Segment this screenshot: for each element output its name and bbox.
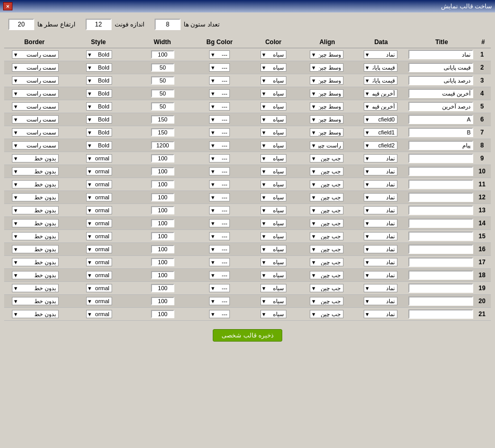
border-cell: سمت راستبدون خطهمهبدون▼ xyxy=(5,50,65,59)
width-input[interactable] xyxy=(151,115,174,124)
top-controls: تعداد ستون ها اندازه فونت ارتفاع سطر ها xyxy=(4,17,491,32)
title-input[interactable] xyxy=(408,167,473,176)
title-input[interactable] xyxy=(408,232,473,241)
save-button[interactable]: ذخیره قالب شخصی xyxy=(213,329,282,342)
header-title: Title xyxy=(408,37,475,47)
title-input[interactable] xyxy=(408,270,473,280)
title-input[interactable] xyxy=(408,76,473,85)
row-number: 11 xyxy=(474,180,490,188)
title-bar-text: ساخت قالب نمایش xyxy=(441,3,492,10)
title-input[interactable] xyxy=(408,63,473,72)
table-row: 3قیمت پایانی - درصدنمادقیمت پایانی - تغی… xyxy=(4,74,491,87)
align-cell: وسط چینراست چینچب چینجب چین▼ xyxy=(300,128,353,137)
title-input[interactable] xyxy=(408,102,473,111)
border-cell: سمت راستبدون خطهمهبدون▼ xyxy=(5,232,65,241)
bgcolor-cell: ---سفیدزردسبزقرمز▼ xyxy=(193,309,246,319)
width-input[interactable] xyxy=(151,284,174,292)
row-height-input[interactable] xyxy=(8,19,34,30)
title-input[interactable] xyxy=(408,283,473,293)
title-input[interactable] xyxy=(408,257,473,267)
align-cell: وسط چینراست چینچب چینجب چین▼ xyxy=(300,63,353,72)
align-cell: وسط چینراست چینچب چینجب چین▼ xyxy=(300,76,353,85)
row-number: 7 xyxy=(474,128,490,137)
color-cell: سیاهسفیدقرمزسبزآبی▼ xyxy=(246,167,300,176)
col-count-label: تعداد ستون ها xyxy=(184,21,219,28)
data-cell: نمادقیمت پایانی - تغییرقیمت پایانی - درص… xyxy=(354,283,407,293)
align-cell: وسط چینراست چینچب چینجب چین▼ xyxy=(300,115,353,124)
table-row: 5آخرین قیمت - درصدنمادقیمت پایانی - تغیی… xyxy=(4,100,491,113)
bgcolor-cell: ---سفیدزردسبزقرمز▼ xyxy=(193,89,246,98)
title-bar: ساخت قالب نمایش × xyxy=(0,0,495,12)
title-input[interactable] xyxy=(408,180,473,189)
align-cell: وسط چینراست چینچب چینجب چین▼ xyxy=(300,257,353,267)
width-input[interactable] xyxy=(151,89,174,98)
title-input[interactable] xyxy=(408,193,473,202)
col-count-group: تعداد ستون ها xyxy=(155,19,219,30)
bgcolor-cell: ---سفیدزردسبزقرمز▼ xyxy=(193,270,246,280)
width-input[interactable] xyxy=(151,76,174,85)
title-input[interactable] xyxy=(408,206,473,215)
color-cell: سیاهسفیدقرمزسبزآبی▼ xyxy=(246,128,300,137)
border-cell: سمت راستبدون خطهمهبدون▼ xyxy=(5,283,65,293)
font-size-input[interactable] xyxy=(86,19,112,30)
width-input[interactable] xyxy=(151,232,174,240)
width-input[interactable] xyxy=(151,271,174,279)
width-input[interactable] xyxy=(151,297,174,305)
width-input[interactable] xyxy=(151,63,174,72)
title-input[interactable] xyxy=(408,141,473,150)
table-header: # Title Data Align Color Bg Color Width … xyxy=(4,36,491,48)
width-input[interactable] xyxy=(151,219,174,227)
align-cell: وسط چینراست چینچب چینجب چین▼ xyxy=(300,180,353,189)
width-input[interactable] xyxy=(151,154,174,162)
width-input[interactable] xyxy=(151,180,174,188)
title-input[interactable] xyxy=(408,154,473,163)
header-style: Style xyxy=(65,37,132,47)
width-input[interactable] xyxy=(151,167,174,175)
border-cell: سمت راستبدون خطهمهبدون▼ xyxy=(5,193,65,202)
color-cell: سیاهسفیدقرمزسبزآبی▼ xyxy=(246,102,300,111)
width-cell xyxy=(132,296,192,306)
color-cell: سیاهسفیدقرمزسبزآبی▼ xyxy=(246,257,300,267)
width-input[interactable] xyxy=(151,206,174,214)
title-input[interactable] xyxy=(408,296,473,306)
col-count-input[interactable] xyxy=(155,19,181,30)
align-cell: وسط چینراست چینچب چینجب چین▼ xyxy=(300,141,353,150)
data-cell: نمادقیمت پایانی - تغییرقیمت پایانی - درص… xyxy=(354,296,407,306)
width-input[interactable] xyxy=(151,102,174,111)
border-cell: سمت راستبدون خطهمهبدون▼ xyxy=(5,257,65,267)
align-cell: وسط چینراست چینچب چینجب چین▼ xyxy=(300,245,353,254)
title-input[interactable] xyxy=(408,128,473,137)
table-row: 9نمادقیمت پایانی - تغییرقیمت پایانی - در… xyxy=(4,152,491,165)
color-cell: سیاهسفیدقرمزسبزآبی▼ xyxy=(246,283,300,293)
title-cell xyxy=(407,114,474,125)
color-cell: سیاهسفیدقرمزسبزآبی▼ xyxy=(246,193,300,202)
style-cell: BoldNormalItalic▼ xyxy=(65,232,132,241)
title-input[interactable] xyxy=(408,219,473,228)
title-cell xyxy=(407,153,474,164)
width-input[interactable] xyxy=(151,128,174,137)
color-cell: سیاهسفیدقرمزسبزآبی▼ xyxy=(246,76,300,85)
width-cell xyxy=(132,219,192,228)
border-cell: سمت راستبدون خطهمهبدون▼ xyxy=(5,63,65,72)
title-input[interactable] xyxy=(408,50,473,59)
data-cell: نمادقیمت پایانی - تغییرقیمت پایانی - درص… xyxy=(354,193,407,202)
bgcolor-cell: ---سفیدزردسبزقرمز▼ xyxy=(193,283,246,293)
header-data: Data xyxy=(354,37,408,47)
align-cell: وسط چینراست چینچب چینجب چین▼ xyxy=(300,309,353,319)
border-cell: سمت راستبدون خطهمهبدون▼ xyxy=(5,76,65,85)
width-input[interactable] xyxy=(151,245,174,253)
width-input[interactable] xyxy=(151,50,174,59)
row-number: 18 xyxy=(474,271,490,279)
color-cell: سیاهسفیدقرمزسبزآبی▼ xyxy=(246,63,300,72)
title-input[interactable] xyxy=(408,309,473,319)
title-input[interactable] xyxy=(408,245,473,254)
border-cell: سمت راستبدون خطهمهبدون▼ xyxy=(5,102,65,111)
title-input[interactable] xyxy=(408,89,473,98)
width-input[interactable] xyxy=(151,310,174,318)
data-cell: نمادقیمت پایانی - تغییرقیمت پایانی - درص… xyxy=(354,50,407,59)
width-input[interactable] xyxy=(151,258,174,266)
close-button[interactable]: × xyxy=(3,2,12,10)
width-input[interactable] xyxy=(151,193,174,201)
width-input[interactable] xyxy=(151,141,174,150)
title-input[interactable] xyxy=(408,115,473,124)
